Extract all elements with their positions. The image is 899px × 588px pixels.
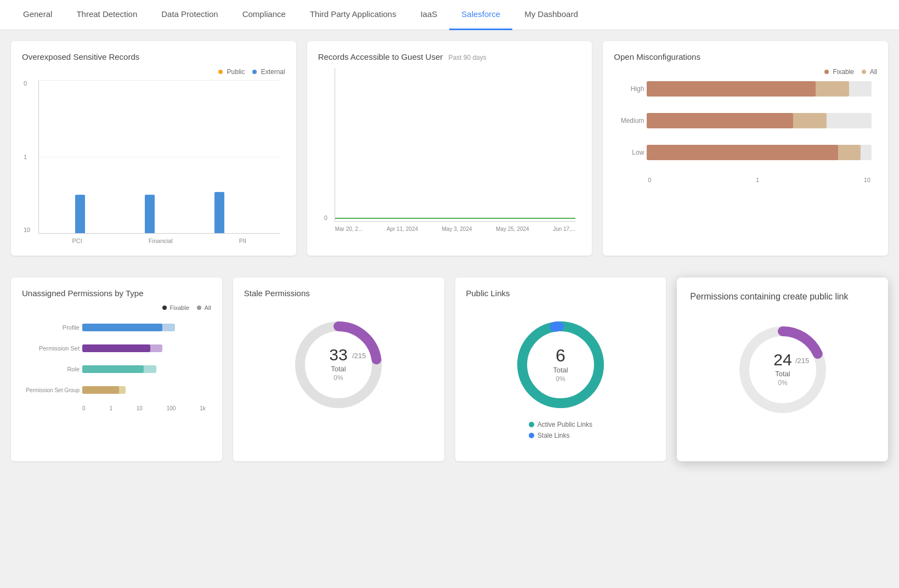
- overexposed-chart: 10 1 0 PCI Financ: [38, 80, 280, 234]
- public-dot: [218, 70, 223, 74]
- bar-pii-external: [214, 192, 224, 233]
- perm-bar-profile-fix: [82, 324, 162, 331]
- overexposed-title: Overexposed Sensitive Records: [22, 52, 285, 61]
- svg-text:0%: 0%: [333, 374, 343, 382]
- misconfig-row-high: High: [647, 81, 872, 97]
- perm-label-permset: Permission Set: [25, 345, 80, 352]
- bar-group-financial: [145, 195, 178, 233]
- legend-external: External: [252, 68, 285, 76]
- svg-text:Total: Total: [553, 366, 568, 374]
- public-links-title: Public Links: [466, 289, 655, 298]
- records-accessible-card: Records Accessible to Guest User Past 90…: [307, 41, 592, 256]
- public-links-donut-svg: 6 Total 0%: [511, 315, 610, 414]
- popup-donut-container: 24 /215 Total 0%: [690, 309, 875, 430]
- records-x-labels: Mar 20, 2... Apr 11, 2024 May 3, 2024 Ma…: [335, 226, 576, 232]
- all-dot2: [197, 306, 201, 310]
- nav-threat-detection[interactable]: Threat Detection: [64, 0, 149, 30]
- all-dot: [862, 70, 866, 74]
- svg-text:6: 6: [556, 346, 566, 365]
- misconfig-row-medium: Medium: [647, 113, 872, 128]
- overexposed-legend: Public External: [22, 68, 285, 76]
- external-dot: [252, 70, 257, 74]
- misconfig-row-low: Low: [647, 145, 872, 160]
- perm-row-permsetgroup: Permission Set Group: [82, 385, 206, 395]
- misconfig-bar-low: [647, 145, 872, 160]
- overexposed-x-labels: PCI Financial PII: [39, 238, 280, 244]
- public-links-donut-container: 6 Total 0% Active Public Links Stale Lin…: [466, 304, 655, 450]
- misconfig-bar-high: [647, 81, 872, 97]
- perm-label-permsetgroup: Permission Set Group: [25, 387, 80, 393]
- unassigned-legend: Fixable All: [22, 304, 211, 311]
- misconfig-x-labels: 0 1 10: [647, 177, 872, 183]
- nav-my-dashboard[interactable]: My Dashboard: [512, 0, 590, 30]
- permissions-popup-title: Permissions containing create public lin…: [690, 291, 875, 303]
- stale-permissions-card: Stale Permissions 33 /215 Total 0%: [233, 278, 444, 461]
- svg-text:Total: Total: [331, 365, 346, 373]
- nav-compliance[interactable]: Compliance: [230, 0, 298, 30]
- perm-row-role: Role: [82, 364, 206, 375]
- legend-all: All: [862, 68, 877, 76]
- nav-bar: General Threat Detection Data Protection…: [0, 0, 899, 30]
- perm-label-role: Role: [25, 366, 80, 372]
- misconfig-chart: High Medium Low: [647, 81, 872, 183]
- misconfig-bar-medium: [647, 113, 872, 128]
- line-chart-svg: [335, 68, 576, 221]
- misconfig-legend: Fixable All: [614, 68, 877, 76]
- fixable-dot: [824, 70, 829, 74]
- stale-permissions-title: Stale Permissions: [244, 289, 433, 298]
- public-links-card: Public Links 6 Total 0% Active Public Li…: [455, 278, 666, 461]
- bar-low-fixable: [647, 145, 838, 160]
- stale-donut-container: 33 /215 Total 0%: [244, 304, 433, 425]
- legend-public: Public: [218, 68, 245, 76]
- svg-text:/215: /215: [352, 352, 366, 360]
- perm-row-permset: Permission Set: [82, 343, 206, 354]
- permissions-popup-card: Permissions containing create public lin…: [677, 278, 888, 461]
- unassigned-card: Unassigned Permissions by Type Fixable A…: [11, 278, 222, 461]
- open-misconfig-card: Open Misconfigurations Fixable All High: [603, 41, 888, 256]
- bar-group-pci: [75, 195, 108, 233]
- perm-label-profile: Profile: [25, 324, 80, 331]
- records-chart: 0 Mar 20, 2... Apr 11, 2024 May 3, 2024 …: [335, 68, 576, 222]
- bar-pci-external: [75, 195, 85, 233]
- y-axis-labels: 10 1 0: [24, 80, 30, 233]
- nav-iaas[interactable]: IaaS: [408, 0, 449, 30]
- perm-row-profile: Profile: [82, 322, 206, 333]
- overexposed-card: Overexposed Sensitive Records Public Ext…: [11, 41, 296, 256]
- misconfig-label-medium: Medium: [617, 117, 644, 125]
- svg-text:0%: 0%: [556, 375, 566, 383]
- records-accessible-title: Records Accessible to Guest User Past 90…: [318, 52, 581, 61]
- nav-third-party[interactable]: Third Party Applications: [298, 0, 409, 30]
- svg-text:/215: /215: [795, 357, 809, 365]
- active-links-dot: [529, 422, 534, 427]
- svg-text:33: 33: [329, 346, 347, 364]
- popup-donut-svg: 24 /215 Total 0%: [733, 320, 832, 419]
- nav-general[interactable]: General: [11, 0, 64, 30]
- bar-group-pii: [214, 192, 247, 233]
- legend-fixable: Fixable: [824, 68, 854, 76]
- public-links-legend: Active Public Links Stale Links: [529, 421, 592, 439]
- bar-financial-external: [145, 195, 155, 233]
- perm-x-labels: 0 1 10 100 1k: [82, 405, 206, 411]
- misconfig-label-high: High: [617, 85, 644, 93]
- records-subtitle: Past 90 days: [448, 54, 486, 61]
- bar-medium-fixable: [647, 113, 793, 128]
- perm-bar-permsetgroup-fix: [82, 386, 119, 394]
- misconfig-label-low: Low: [617, 149, 644, 156]
- bar-high-fixable: [647, 81, 815, 97]
- svg-text:0%: 0%: [778, 379, 788, 387]
- perm-bar-role-fix: [82, 365, 144, 373]
- unassigned-title: Unassigned Permissions by Type: [22, 289, 211, 298]
- svg-text:Total: Total: [775, 370, 790, 378]
- stale-links-dot: [529, 433, 534, 438]
- fixable-dot2: [162, 306, 167, 310]
- nav-salesforce[interactable]: Salesforce: [449, 0, 512, 30]
- nav-data-protection[interactable]: Data Protection: [149, 0, 230, 30]
- open-misconfig-title: Open Misconfigurations: [614, 52, 877, 61]
- stale-donut-svg: 33 /215 Total 0%: [289, 315, 388, 414]
- svg-text:24: 24: [773, 350, 791, 369]
- perm-bar-permset-fix: [82, 344, 150, 352]
- unassigned-chart: Profile Permission Set Role: [82, 322, 206, 411]
